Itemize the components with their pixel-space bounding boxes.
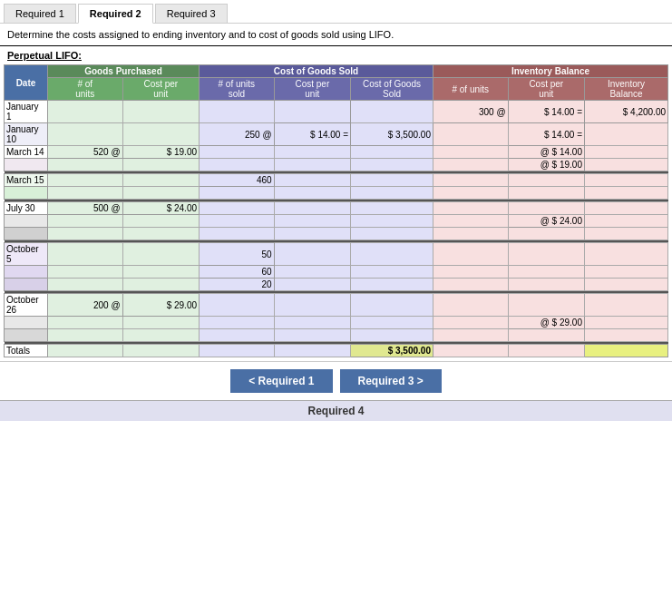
- inv-balance-mar14[interactable]: [584, 146, 667, 159]
- gp-units-mar14b[interactable]: [47, 159, 122, 171]
- gp-cost-jan1[interactable]: [122, 101, 199, 123]
- cogs-cost-jul30[interactable]: [274, 202, 350, 215]
- cogs-units-oct26c[interactable]: [200, 329, 275, 342]
- cogs-total-oct26b[interactable]: [351, 317, 433, 329]
- inv-units-mar14b[interactable]: [433, 159, 508, 171]
- gp-units-mar15b[interactable]: [47, 187, 122, 200]
- cogs-cost-jul30b[interactable]: [274, 215, 350, 228]
- cogs-total-jul30b[interactable]: [351, 215, 433, 228]
- cogs-total-jul30c[interactable]: [351, 228, 433, 240]
- inv-units-mar15b[interactable]: [433, 187, 508, 200]
- inv-cost-oct5[interactable]: [508, 243, 584, 266]
- cogs-cost-oct26c[interactable]: [274, 329, 350, 342]
- gp-units-mar15[interactable]: [47, 174, 122, 187]
- cogs-total-oct5b[interactable]: [351, 266, 433, 279]
- cogs-units-mar14[interactable]: [200, 146, 275, 159]
- inv-cost-oct5c[interactable]: [508, 279, 584, 291]
- cogs-cost-oct26[interactable]: [274, 294, 350, 317]
- inv-cost-oct26c[interactable]: [508, 329, 584, 342]
- gp-units-oct26c[interactable]: [47, 329, 122, 342]
- gp-cost-oct5[interactable]: [122, 243, 199, 266]
- inv-units-mar15[interactable]: [433, 174, 508, 187]
- inv-balance-oct5c[interactable]: [584, 279, 667, 291]
- gp-cost-jan10[interactable]: [122, 123, 199, 146]
- inv-cost-mar15[interactable]: [508, 174, 584, 187]
- inv-cost-jul30c[interactable]: [508, 228, 584, 240]
- inv-units-oct5[interactable]: [433, 243, 508, 266]
- cogs-cost-oct26b[interactable]: [274, 317, 350, 329]
- cogs-cost-mar14b[interactable]: [274, 159, 350, 171]
- cogs-cost-oct5b[interactable]: [274, 266, 350, 279]
- next-required-button[interactable]: Required 3 >: [340, 369, 442, 393]
- inv-units-jul30c[interactable]: [433, 228, 508, 240]
- gp-cost-oct5b[interactable]: [122, 266, 199, 279]
- cogs-total-oct26c[interactable]: [351, 329, 433, 342]
- inv-units-oct26c[interactable]: [433, 329, 508, 342]
- cogs-units-mar15b[interactable]: [200, 187, 275, 200]
- cogs-cost-mar15[interactable]: [274, 174, 350, 187]
- cogs-total-oct5c[interactable]: [351, 279, 433, 291]
- cogs-total-mar14[interactable]: [351, 146, 433, 159]
- cogs-total-jan1[interactable]: [351, 101, 433, 123]
- inv-balance-jan10[interactable]: [584, 123, 667, 146]
- gp-units-jan1[interactable]: [47, 101, 122, 123]
- cogs-cost-mar15b[interactable]: [274, 187, 350, 200]
- inv-balance-mar14b[interactable]: [584, 159, 667, 171]
- inv-balance-totals[interactable]: [584, 345, 667, 357]
- gp-cost-jul30b[interactable]: [122, 215, 199, 228]
- cogs-units-jan1[interactable]: [200, 101, 275, 123]
- gp-cost-mar15b[interactable]: [122, 187, 199, 200]
- gp-cost-mar14b[interactable]: [122, 159, 199, 171]
- cogs-total-mar14b[interactable]: [351, 159, 433, 171]
- inv-balance-oct26[interactable]: [584, 294, 667, 317]
- cogs-cost-mar14[interactable]: [274, 146, 350, 159]
- cogs-units-jul30[interactable]: [200, 202, 275, 215]
- gp-units-totals[interactable]: [47, 345, 122, 357]
- gp-units-oct26b[interactable]: [47, 317, 122, 329]
- cogs-cost-jul30c[interactable]: [274, 228, 350, 240]
- cogs-units-mar14b[interactable]: [200, 159, 275, 171]
- tab-required2[interactable]: Required 2: [78, 4, 153, 24]
- inv-units-oct26b[interactable]: [433, 317, 508, 329]
- inv-units-mar14[interactable]: [433, 146, 508, 159]
- gp-cost-totals[interactable]: [122, 345, 199, 357]
- gp-units-oct5c[interactable]: [47, 279, 122, 291]
- cogs-units-oct26[interactable]: [200, 294, 275, 317]
- gp-units-oct5b[interactable]: [47, 266, 122, 279]
- gp-cost-oct26b[interactable]: [122, 317, 199, 329]
- inv-balance-oct26b[interactable]: [584, 317, 667, 329]
- cogs-units-jul30c[interactable]: [200, 228, 275, 240]
- inv-cost-mar15b[interactable]: [508, 187, 584, 200]
- inv-balance-oct26c[interactable]: [584, 329, 667, 342]
- cogs-total-mar15b[interactable]: [351, 187, 433, 200]
- cogs-cost-oct5c[interactable]: [274, 279, 350, 291]
- inv-cost-oct5b[interactable]: [508, 266, 584, 279]
- cogs-cost-oct5[interactable]: [274, 243, 350, 266]
- gp-cost-oct26c[interactable]: [122, 329, 199, 342]
- inv-cost-jul30[interactable]: [508, 202, 584, 215]
- prev-required-button[interactable]: < Required 1: [230, 369, 332, 393]
- inv-balance-jul30c[interactable]: [584, 228, 667, 240]
- inv-units-totals[interactable]: [433, 345, 508, 357]
- inv-cost-oct26[interactable]: [508, 294, 584, 317]
- inv-balance-oct5b[interactable]: [584, 266, 667, 279]
- cogs-total-jul30[interactable]: [351, 202, 433, 215]
- inv-units-jul30b[interactable]: [433, 215, 508, 228]
- cogs-total-oct5[interactable]: [351, 243, 433, 266]
- cogs-units-oct26b[interactable]: [200, 317, 275, 329]
- cogs-total-oct26[interactable]: [351, 294, 433, 317]
- gp-units-jan10[interactable]: [47, 123, 122, 146]
- inv-cost-totals[interactable]: [508, 345, 584, 357]
- inv-balance-mar15[interactable]: [584, 174, 667, 187]
- gp-cost-jul30c[interactable]: [122, 228, 199, 240]
- tab-required1[interactable]: Required 1: [4, 4, 76, 23]
- gp-units-oct5[interactable]: [47, 243, 122, 266]
- inv-units-oct5c[interactable]: [433, 279, 508, 291]
- cogs-cost-totals[interactable]: [274, 345, 350, 357]
- cogs-total-mar15[interactable]: [351, 174, 433, 187]
- inv-units-jul30[interactable]: [433, 202, 508, 215]
- gp-cost-mar15[interactable]: [122, 174, 199, 187]
- cogs-units-jul30b[interactable]: [200, 215, 275, 228]
- inv-balance-oct5[interactable]: [584, 243, 667, 266]
- tab-required3[interactable]: Required 3: [155, 4, 228, 23]
